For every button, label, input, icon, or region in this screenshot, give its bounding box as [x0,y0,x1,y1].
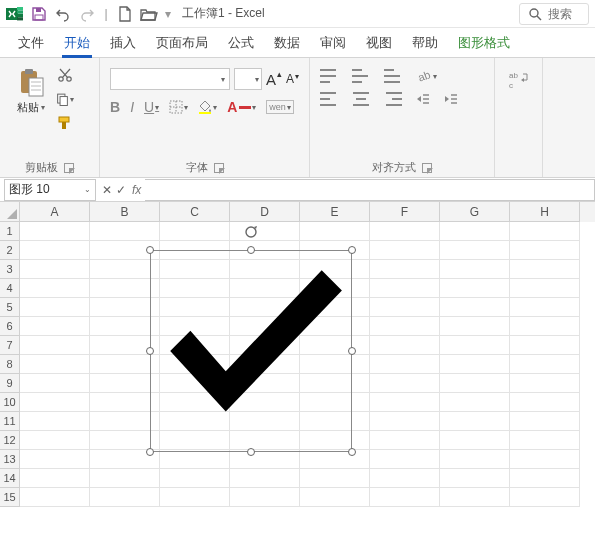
row-header[interactable]: 6 [0,317,20,336]
cell[interactable] [20,241,90,260]
cell[interactable] [440,279,510,298]
cell[interactable] [20,431,90,450]
tab-insert[interactable]: 插入 [100,28,146,57]
row-header[interactable]: 12 [0,431,20,450]
clipboard-launcher-icon[interactable] [64,163,74,173]
cell[interactable] [370,260,440,279]
cell[interactable] [440,469,510,488]
cell[interactable] [20,412,90,431]
cell[interactable] [20,222,90,241]
cell[interactable] [20,393,90,412]
cell[interactable] [20,450,90,469]
decrease-indent-icon[interactable] [416,92,430,106]
font-launcher-icon[interactable] [214,163,224,173]
cell[interactable] [300,450,370,469]
confirm-formula-icon[interactable]: ✓ [114,183,128,197]
fx-label[interactable]: fx [132,183,141,197]
cell[interactable] [440,431,510,450]
underline-button[interactable]: U▾ [144,99,159,115]
search-input[interactable] [548,7,588,21]
cell[interactable] [510,336,580,355]
cell[interactable] [20,336,90,355]
cell[interactable] [20,488,90,507]
cell[interactable] [90,469,160,488]
cell[interactable] [510,279,580,298]
redo-icon[interactable] [78,5,96,23]
cell[interactable] [20,317,90,336]
align-right-icon[interactable] [384,92,402,106]
cell[interactable] [510,317,580,336]
cell[interactable] [230,222,300,241]
cell[interactable] [510,260,580,279]
cell[interactable] [510,469,580,488]
cut-icon[interactable] [56,66,74,84]
shape-selection[interactable] [150,250,352,452]
row-header[interactable]: 5 [0,298,20,317]
row-header[interactable]: 3 [0,260,20,279]
tab-file[interactable]: 文件 [8,28,54,57]
cell[interactable] [230,488,300,507]
row-header[interactable]: 9 [0,374,20,393]
cell[interactable] [510,355,580,374]
row-header[interactable]: 1 [0,222,20,241]
cell[interactable] [440,222,510,241]
select-all-corner[interactable] [0,202,20,222]
bold-button[interactable]: B [110,99,120,115]
font-name-combo[interactable]: ▾ [110,68,230,90]
align-center-icon[interactable] [352,92,370,106]
cell[interactable] [300,469,370,488]
cell[interactable] [370,355,440,374]
cell[interactable] [160,469,230,488]
open-file-icon[interactable] [140,5,158,23]
worksheet[interactable]: ABCDEFGH 123456789101112131415 [0,202,595,558]
cell[interactable] [510,450,580,469]
cell[interactable] [20,279,90,298]
cell[interactable] [510,222,580,241]
cell[interactable] [440,260,510,279]
cell[interactable] [370,336,440,355]
cell[interactable] [20,298,90,317]
resize-handle-ne[interactable] [348,246,356,254]
resize-handle-e[interactable] [348,347,356,355]
column-header[interactable]: B [90,202,160,222]
cell[interactable] [440,355,510,374]
cell[interactable] [440,317,510,336]
align-bottom-icon[interactable] [384,69,402,83]
cell[interactable] [440,241,510,260]
font-size-combo[interactable]: ▾ [234,68,262,90]
resize-handle-w[interactable] [146,347,154,355]
tab-review[interactable]: 审阅 [310,28,356,57]
cell[interactable] [370,450,440,469]
row-header[interactable]: 15 [0,488,20,507]
column-header[interactable]: C [160,202,230,222]
row-header[interactable]: 11 [0,412,20,431]
fill-color-button[interactable]: ▾ [198,100,217,114]
cell[interactable] [370,317,440,336]
cell[interactable] [20,260,90,279]
wrap-text-icon[interactable]: abc [508,70,530,90]
cell[interactable] [510,298,580,317]
cancel-formula-icon[interactable]: ✕ [100,183,114,197]
align-left-icon[interactable] [320,92,338,106]
row-header[interactable]: 8 [0,355,20,374]
row-header[interactable]: 4 [0,279,20,298]
name-box[interactable]: 图形 10 ⌄ [4,179,96,201]
cell[interactable] [370,488,440,507]
row-header[interactable]: 14 [0,469,20,488]
new-file-icon[interactable] [116,5,134,23]
resize-handle-s[interactable] [247,448,255,456]
cell[interactable] [230,469,300,488]
cell[interactable] [440,412,510,431]
cell[interactable] [370,241,440,260]
italic-button[interactable]: I [130,99,134,115]
tab-help[interactable]: 帮助 [402,28,448,57]
borders-button[interactable]: ▾ [169,100,188,114]
tab-shape-format[interactable]: 图形格式 [448,28,520,57]
cell[interactable] [370,412,440,431]
cell[interactable] [440,298,510,317]
resize-handle-n[interactable] [247,246,255,254]
cell[interactable] [440,336,510,355]
cell[interactable] [510,241,580,260]
cell[interactable] [370,431,440,450]
column-headers[interactable]: ABCDEFGH [20,202,595,222]
